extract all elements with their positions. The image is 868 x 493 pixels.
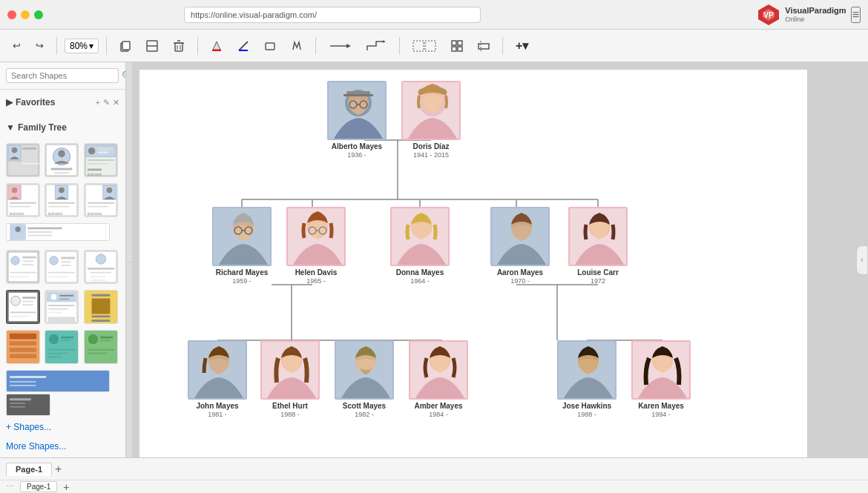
dates-louise: 1972 [591,277,605,285]
delete-btn[interactable] [168,37,190,55]
person-louise[interactable]: Louise Carr 1972 [565,207,631,285]
shape-item-5[interactable]: lastname [45,183,79,217]
shape-grid-3 [0,247,125,287]
svg-rect-97 [22,304,33,305]
url-bar[interactable]: https://online.visual-paradigm.com/ [184,7,481,23]
status-add-btn[interactable]: + [63,481,69,493]
photo-alberto [327,81,387,140]
hamburger-menu-btn[interactable]: ≡ [851,7,861,23]
person-jose[interactable]: Jose Hawkins 1988 - [553,340,620,418]
person-alberto[interactable]: Alberto Mayes 1936 - [323,81,390,159]
status-menu-btn[interactable]: ⋯ [6,482,14,492]
fill-btn[interactable] [206,37,228,55]
person-donna[interactable]: Donna Mayes 1964 - [387,207,453,285]
add-btn[interactable]: +▾ [510,36,533,56]
maximize-window-btn[interactable] [34,10,43,19]
shape-item-dark[interactable] [6,394,50,416]
favorites-add-btn[interactable]: + [96,98,100,107]
svg-point-68 [15,227,20,232]
shape-item-9[interactable] [84,250,118,284]
svg-point-62 [106,188,112,193]
person-doris[interactable]: Doris Díaz 1941 - 2015 [398,81,464,159]
person-aaron[interactable]: Aaron Mayes 1970 - [487,207,553,285]
wide-shape-1[interactable] [6,223,110,241]
svg-rect-63 [87,202,114,204]
style-btn[interactable] [286,37,308,55]
shape-item-11[interactable] [45,290,79,324]
svg-rect-134 [10,381,36,383]
svg-rect-12 [212,50,221,51]
name-donna: Donna Mayes [396,268,444,277]
rect-btn[interactable] [259,37,281,55]
svg-rect-117 [10,348,36,352]
zoom-control[interactable]: 80% ▾ [65,39,99,53]
shape-item-10[interactable] [6,290,40,324]
person-ethel[interactable]: Ethel Hurt 1988 - [257,340,323,418]
shape-item-13[interactable] [6,330,40,364]
svg-rect-15 [266,43,274,50]
toolbar-sep-4 [315,37,316,55]
cut-btn[interactable] [141,37,163,55]
svg-rect-24 [458,47,462,51]
undo-btn[interactable]: ↩ [7,37,26,54]
more-shapes-btn[interactable]: More Shapes... [0,438,125,457]
shape-item-15[interactable] [84,330,118,364]
shape-item-8[interactable] [45,250,79,284]
shape-item-1[interactable] [6,143,40,177]
photo-john [188,340,247,400]
shape-item-4[interactable]: lastname [6,183,40,217]
tab-page1[interactable]: Page-1 [6,463,52,476]
person-richard[interactable]: Richard Mayes 1959 - [208,207,275,285]
person-amber[interactable]: Amber Mayes 1984 - [405,340,472,418]
favorites-close-btn[interactable]: ✕ [113,98,119,107]
svg-rect-77 [22,264,33,265]
toolbar-sep-3 [197,37,198,55]
connector-btn[interactable] [323,37,356,55]
favorites-edit-btn[interactable]: ✎ [103,98,110,107]
search-input[interactable] [6,68,119,83]
shape-item-7[interactable] [6,250,40,284]
canvas-area[interactable]: ‹ [132,62,868,457]
svg-rect-133 [10,376,46,378]
add-shapes-btn[interactable]: + Shapes... [0,416,125,438]
person-helen[interactable]: Helen Davis 1965 - [283,207,349,285]
person-scott[interactable]: Scott Mayes 1982 - [331,340,398,418]
svg-rect-19 [413,41,424,51]
minimize-window-btn[interactable] [21,10,30,19]
photo-richard [212,207,272,266]
svg-text:VP: VP [764,11,775,19]
fit-btn[interactable] [446,37,468,55]
panel-divider[interactable]: ‥ [126,62,132,457]
shape-item-2[interactable] [45,143,79,177]
shape-item-12[interactable] [84,290,118,324]
crop-btn[interactable] [473,37,495,55]
person-karen[interactable]: Karen Mayes 1994 - [628,340,694,418]
main-layout: 🔍 ⋮ ▶ Favorites + ✎ ✕ ▼ Family Tree [0,62,868,457]
status-page-tab[interactable]: Page-1 [20,481,57,492]
svg-rect-96 [22,301,33,302]
close-window-btn[interactable] [7,10,16,19]
redo-btn[interactable]: ↪ [30,37,49,54]
svg-rect-125 [48,356,62,357]
add-shapes-label: + Shapes... [6,422,51,432]
shape-item-blue[interactable] [6,370,110,392]
group-btn[interactable] [407,37,441,55]
svg-rect-95 [22,297,36,299]
name-louise: Louise Carr [577,268,619,277]
line-color-btn[interactable] [232,37,254,55]
svg-rect-14 [239,50,248,51]
copy-btn[interactable] [114,37,137,55]
family-tree-header[interactable]: ▼ Family Tree [6,118,119,137]
tab-add-btn[interactable]: + [55,463,62,476]
svg-rect-116 [10,341,36,345]
shape-item-14[interactable] [45,330,79,364]
person-john[interactable]: John Mayes 1981 - [184,340,251,418]
svg-rect-72 [7,251,39,282]
collapse-panel-btn[interactable]: ‹ [856,245,868,275]
name-aaron: Aaron Mayes [497,268,543,277]
favorites-header[interactable]: ▶ Favorites + ✎ ✕ [6,93,119,112]
svg-rect-75 [22,257,36,259]
waypoint-btn[interactable] [361,37,392,55]
shape-item-6[interactable]: lastname [84,183,118,217]
shape-item-3[interactable]: lastname [84,143,118,177]
